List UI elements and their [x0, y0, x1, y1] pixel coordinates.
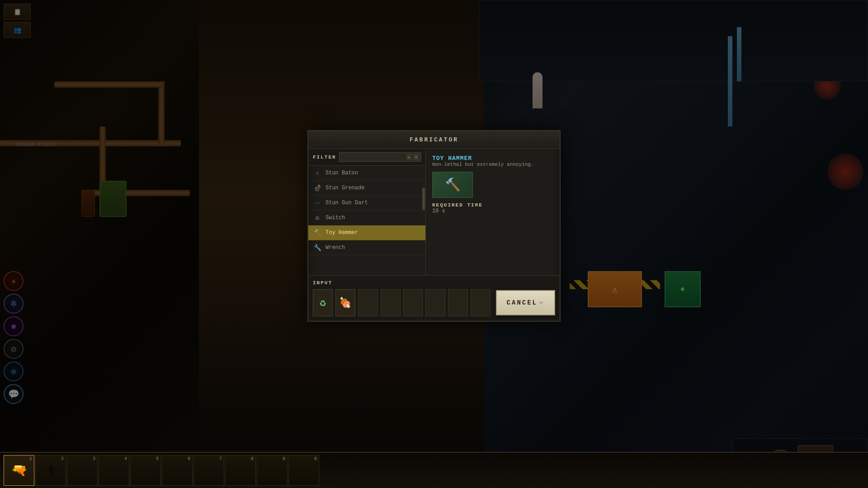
input-slot-2[interactable]: 🍖	[335, 289, 355, 316]
inv-slot-9[interactable]: 9	[257, 455, 288, 486]
fabricator-modal: FABRICATOR FILTER ✏ ✕	[307, 130, 561, 322]
game-background: ⚠ ● Rosendo Proctor 📋 👥 ✦ ❄ ✸ ⚙ ⊕ 💬 ⚙ 🧑 …	[0, 0, 868, 488]
inv-slot-4[interactable]: 4	[99, 455, 129, 486]
item-detail-panel: TOY HAMMER Non-lethal but extremely anno…	[426, 149, 560, 275]
input-slot-8[interactable]	[471, 289, 491, 316]
required-time-value: 10 s	[432, 208, 553, 214]
switch-icon: ⚙	[313, 213, 322, 222]
inv-slot-7[interactable]: 7	[193, 455, 224, 486]
inv-slot-icon-1: 🔫	[11, 463, 27, 478]
input-slot-1[interactable]: ♻	[313, 289, 333, 316]
cursor-indicator: ☞	[539, 299, 544, 307]
filter-icons: ✏ ✕	[406, 154, 419, 160]
inv-slot-5[interactable]: 5	[130, 455, 161, 486]
inv-slot-num-3: 3	[93, 456, 95, 461]
stun-grenade-label: Stun Grenade	[326, 185, 364, 191]
inv-slot-1[interactable]: 1 🔫	[4, 455, 34, 486]
input-slot-5[interactable]	[403, 289, 423, 316]
inv-slot-2[interactable]: 2 🗡	[35, 455, 66, 486]
modal-overlay: FABRICATOR FILTER ✏ ✕	[0, 0, 868, 488]
inv-slot-num-0: 0	[314, 456, 317, 461]
input-slots-row: ♻ 🍖 CANCEL ☞	[313, 289, 555, 316]
inv-slot-num-5: 5	[156, 456, 159, 461]
crafting-item-list: ⚡ Stun Baton 💣 Stun Grenade → Stun Gun D…	[308, 166, 425, 275]
filter-label: FILTER	[313, 155, 336, 160]
wrench-icon: 🔧	[313, 243, 322, 252]
inv-slot-icon-2: 🗡	[45, 463, 57, 478]
filter-input[interactable]	[341, 155, 405, 160]
stun-baton-icon: ⚡	[313, 169, 322, 178]
inv-slot-8[interactable]: 8	[225, 455, 256, 486]
modal-title-bar: FABRICATOR	[308, 131, 560, 149]
input-slot-3[interactable]	[358, 289, 378, 316]
list-item-switch[interactable]: ⚙ Switch	[308, 211, 425, 225]
wrench-label: Wrench	[326, 244, 345, 251]
scroll-indicator	[422, 188, 425, 210]
input-slot-7[interactable]	[448, 289, 468, 316]
item-list-panel: FILTER ✏ ✕ ⚡ Stun Bato	[308, 149, 426, 275]
item-preview-image: 🔨	[432, 172, 473, 198]
filter-row: FILTER ✏ ✕	[308, 149, 425, 166]
inv-slot-0[interactable]: 0	[288, 455, 319, 486]
inv-slot-num-8: 8	[251, 456, 254, 461]
list-item-toy-hammer[interactable]: 🔨 Toy Hammer	[308, 225, 425, 240]
inv-slot-num-9: 9	[283, 456, 285, 461]
stun-gun-dart-label: Stun Gun Dart	[326, 200, 368, 206]
inv-slot-num-4: 4	[124, 456, 127, 461]
cancel-button[interactable]: CANCEL ☞	[496, 290, 555, 315]
input-slot-4[interactable]	[381, 289, 401, 316]
inv-slot-3[interactable]: 3	[67, 455, 98, 486]
filter-input-wrap[interactable]: ✏ ✕	[339, 152, 421, 162]
input-slot-6[interactable]	[425, 289, 445, 316]
inventory-bar: 1 🔫 2 🗡 3 4 5 6 7 8 9 0	[0, 452, 868, 488]
cancel-label: CANCEL	[507, 299, 538, 306]
stun-baton-label: Stun Baton	[326, 170, 358, 176]
modal-title: FABRICATOR	[410, 136, 458, 143]
list-item-stun-grenade[interactable]: 💣 Stun Grenade	[308, 181, 425, 196]
toy-hammer-icon: 🔨	[313, 228, 322, 237]
input-label: INPUT	[313, 280, 555, 286]
inv-slot-num-7: 7	[219, 456, 222, 461]
input-section: INPUT ♻ 🍖 CANCEL	[308, 275, 560, 321]
stun-grenade-icon: 💣	[313, 183, 322, 192]
required-time-label: REQUIRED TIME	[432, 202, 553, 208]
selected-item-name: TOY HAMMER	[432, 155, 553, 162]
inv-slot-num-6: 6	[188, 456, 190, 461]
switch-label: Switch	[326, 215, 345, 221]
stun-gun-dart-icon: →	[313, 198, 322, 207]
selected-item-desc: Non-lethal but extremely annoying.	[432, 162, 553, 167]
list-item-stun-baton[interactable]: ⚡ Stun Baton	[308, 166, 425, 181]
filter-edit-icon[interactable]: ✏	[406, 154, 412, 160]
inv-slot-6[interactable]: 6	[162, 455, 193, 486]
item-title-area: TOY HAMMER Non-lethal but extremely anno…	[432, 155, 553, 167]
toy-hammer-label: Toy Hammer	[326, 230, 358, 236]
modal-body: FILTER ✏ ✕ ⚡ Stun Bato	[308, 149, 560, 275]
required-time-block: REQUIRED TIME 10 s	[432, 202, 553, 214]
inv-slot-num-1: 1	[29, 456, 32, 461]
inv-slot-num-2: 2	[61, 456, 64, 461]
list-item-stun-gun-dart[interactable]: → Stun Gun Dart	[308, 196, 425, 211]
list-item-wrench[interactable]: 🔧 Wrench	[308, 240, 425, 255]
filter-clear-icon[interactable]: ✕	[413, 154, 419, 160]
